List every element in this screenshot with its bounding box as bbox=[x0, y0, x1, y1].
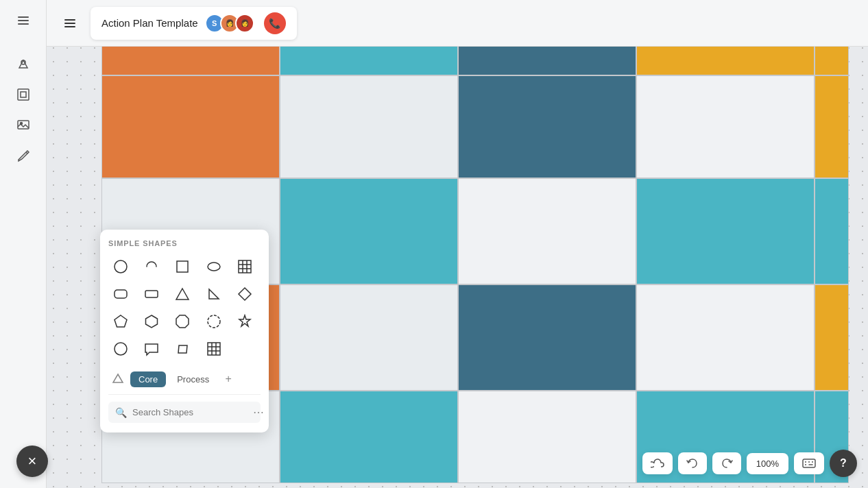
svg-rect-28 bbox=[803, 459, 815, 467]
shape-panel-title: SIMPLE SHAPES bbox=[108, 239, 261, 247]
shape-circle[interactable] bbox=[108, 254, 133, 279]
svg-rect-1 bbox=[18, 20, 29, 21]
search-input[interactable] bbox=[132, 407, 248, 417]
svg-rect-20 bbox=[145, 291, 158, 297]
fab-close-button[interactable]: × bbox=[16, 446, 48, 477]
cell-r4-c4 bbox=[636, 284, 815, 391]
tab-add-button[interactable]: + bbox=[220, 371, 237, 387]
cell-r2-c3 bbox=[458, 75, 636, 178]
cloud-save-button[interactable] bbox=[642, 452, 673, 474]
svg-point-22 bbox=[114, 343, 127, 355]
shape-triangle[interactable] bbox=[170, 282, 195, 306]
shape-diamond[interactable] bbox=[232, 282, 257, 306]
svg-rect-9 bbox=[64, 23, 75, 24]
keyboard-shortcut-button[interactable] bbox=[794, 452, 824, 474]
main-canvas: Tasks Success Criteria Time Frame bbox=[47, 0, 868, 488]
shape-rounded-rect[interactable] bbox=[108, 282, 133, 306]
zoom-level[interactable]: 100% bbox=[747, 453, 788, 474]
cell-r2-c1 bbox=[101, 75, 280, 178]
svg-rect-0 bbox=[18, 16, 29, 18]
tab-core[interactable]: Core bbox=[130, 371, 166, 387]
bottombar: 100% ? bbox=[642, 450, 857, 477]
svg-rect-5 bbox=[21, 92, 26, 97]
search-more-icon[interactable]: ⋯ bbox=[253, 406, 264, 419]
cell-r5-c3 bbox=[458, 391, 636, 483]
doc-title: Action Plan Template bbox=[101, 17, 198, 29]
shapes-icon-tab[interactable] bbox=[108, 369, 128, 389]
sidebar-image-icon[interactable] bbox=[10, 111, 37, 138]
avatar-b: 👩 bbox=[235, 14, 254, 33]
cell-r3-c3 bbox=[458, 178, 636, 284]
shape-panel: SIMPLE SHAPES bbox=[100, 230, 269, 432]
collaborator-avatars: S 👩 👩 bbox=[205, 14, 254, 33]
shape-ellipse[interactable] bbox=[202, 254, 226, 279]
shape-table[interactable] bbox=[232, 254, 257, 279]
svg-point-11 bbox=[114, 260, 127, 273]
sidebar-frame-icon[interactable] bbox=[10, 81, 37, 108]
shape-pentagon[interactable] bbox=[108, 309, 133, 334]
sidebar-shapes-icon[interactable] bbox=[10, 51, 37, 78]
redo-button[interactable] bbox=[712, 452, 741, 474]
help-button[interactable]: ? bbox=[830, 450, 857, 477]
svg-rect-19 bbox=[114, 290, 127, 298]
search-icon: 🔍 bbox=[115, 407, 127, 418]
cell-r4-c3 bbox=[458, 284, 636, 391]
cell-r5-c2 bbox=[280, 391, 458, 483]
shape-dodecagon[interactable] bbox=[202, 309, 226, 334]
cell-r3-c5 bbox=[815, 178, 849, 284]
shape-rounded-rect2[interactable] bbox=[139, 282, 164, 306]
topbar: Action Plan Template S 👩 👩 📞 bbox=[47, 0, 868, 47]
cell-r4-c5 bbox=[815, 284, 849, 391]
shape-grid[interactable] bbox=[202, 337, 226, 361]
cell-r4-c2 bbox=[280, 284, 458, 391]
shapes-grid bbox=[108, 254, 261, 361]
shape-right-triangle[interactable] bbox=[202, 282, 226, 306]
svg-point-7 bbox=[20, 123, 22, 125]
shape-octagon[interactable] bbox=[170, 309, 195, 334]
call-button[interactable]: 📞 bbox=[264, 12, 286, 34]
svg-rect-8 bbox=[64, 19, 75, 21]
shape-circle2[interactable] bbox=[108, 337, 133, 361]
shape-arc[interactable] bbox=[139, 254, 164, 279]
sidebar-draw-icon[interactable] bbox=[10, 141, 37, 169]
cell-r2-c4 bbox=[636, 75, 815, 178]
sidebar bbox=[0, 0, 47, 488]
shape-callout[interactable] bbox=[139, 337, 164, 361]
shape-parallelogram[interactable] bbox=[170, 337, 195, 361]
sidebar-menu-icon[interactable] bbox=[10, 7, 37, 34]
cell-r2-c2 bbox=[280, 75, 458, 178]
shape-hexagon[interactable] bbox=[139, 309, 164, 334]
shape-tabs: Core Process + bbox=[108, 369, 261, 395]
tab-process[interactable]: Process bbox=[169, 371, 217, 387]
cell-r3-c4 bbox=[636, 178, 815, 284]
svg-rect-14 bbox=[239, 260, 251, 273]
search-bar[interactable]: 🔍 ⋯ bbox=[108, 402, 261, 423]
svg-point-21 bbox=[208, 315, 220, 328]
svg-rect-12 bbox=[177, 261, 188, 272]
shape-star[interactable] bbox=[232, 309, 257, 334]
svg-rect-23 bbox=[208, 343, 220, 355]
shape-square[interactable] bbox=[170, 254, 195, 279]
cell-r2-c5 bbox=[815, 75, 849, 178]
doc-title-box[interactable]: Action Plan Template S 👩 👩 📞 bbox=[91, 7, 297, 40]
svg-rect-2 bbox=[18, 23, 29, 25]
undo-button[interactable] bbox=[678, 452, 707, 474]
shape-empty bbox=[232, 337, 257, 361]
svg-point-13 bbox=[208, 263, 220, 271]
svg-rect-4 bbox=[18, 89, 29, 100]
cell-r3-c2 bbox=[280, 178, 458, 284]
svg-rect-10 bbox=[64, 26, 75, 27]
hamburger-button[interactable] bbox=[58, 11, 82, 36]
